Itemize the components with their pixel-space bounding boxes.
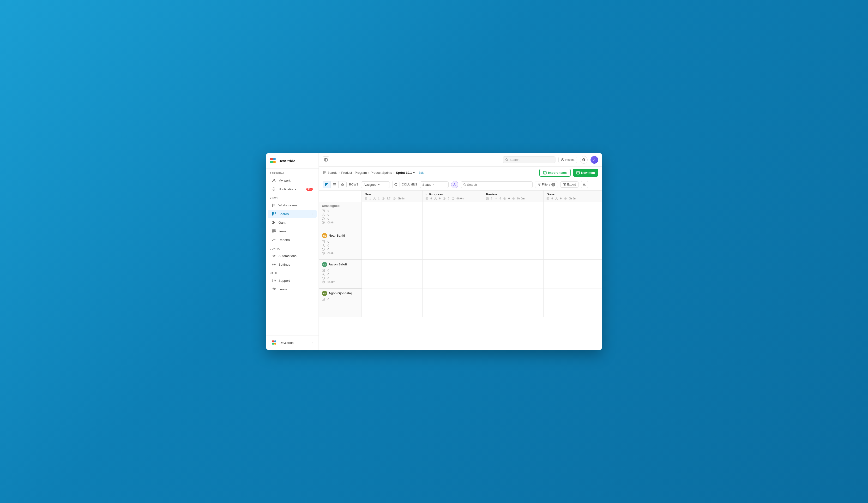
new-column-header: New 1 1 8.7 0h 0m: [362, 190, 423, 202]
sidebar-bottom-devstride[interactable]: DevStride ›: [268, 338, 317, 347]
view-list-button[interactable]: [331, 181, 339, 188]
sidebar-item-my-work[interactable]: My work: [268, 176, 317, 185]
svg-rect-55: [341, 185, 342, 186]
unassigned-label: Unassigned: [322, 204, 359, 208]
agon-review-cell[interactable]: [483, 289, 544, 317]
columns-select[interactable]: Status: [420, 181, 449, 188]
aaron-new-cell[interactable]: [362, 260, 423, 289]
svg-rect-31: [272, 343, 274, 345]
workstreams-icon: [272, 203, 276, 207]
aaron-inprogress-cell[interactable]: [423, 260, 483, 289]
personal-section-label: PERSONAL: [266, 169, 319, 176]
sidebar-item-settings[interactable]: Settings: [268, 260, 317, 269]
sidebar-item-automations[interactable]: Automations: [268, 252, 317, 260]
aaron-review-cell[interactable]: [483, 260, 544, 289]
svg-rect-48: [326, 183, 327, 185]
svg-text:?: ?: [273, 280, 275, 282]
view-switcher: [323, 181, 347, 188]
agon-new-cell[interactable]: [362, 289, 423, 317]
sidebar: DevStride PERSONAL My work Notifications…: [266, 153, 319, 350]
user-filter-button[interactable]: [451, 181, 458, 188]
refresh-icon: [394, 183, 397, 186]
export-button[interactable]: Export: [560, 181, 579, 188]
unassigned-review-cell[interactable]: [483, 202, 544, 231]
unassigned-stat-persons: 0: [322, 213, 359, 217]
unassigned-inprogress-cell[interactable]: [423, 202, 483, 231]
sidebar-item-workstreams[interactable]: Workstreams: [268, 201, 317, 209]
svg-rect-0: [270, 158, 273, 160]
svg-point-71: [374, 198, 375, 198]
person-icon: [272, 178, 276, 182]
noar-inprogress-cell[interactable]: [423, 231, 483, 260]
expand-button[interactable]: [323, 156, 329, 163]
new-metric-time: 0h 0m: [393, 197, 405, 200]
new-metric-persons: 1: [373, 197, 380, 200]
edit-button[interactable]: Edit: [418, 171, 424, 175]
noar-new-cell[interactable]: [362, 231, 423, 260]
svg-rect-3: [273, 161, 276, 163]
sidebar-item-label: Gantt: [278, 221, 286, 224]
noar-review-cell[interactable]: [483, 231, 544, 260]
svg-point-7: [272, 206, 273, 207]
reports-icon: [272, 238, 276, 242]
rows-select[interactable]: Assignee: [361, 181, 390, 188]
sidebar-item-items[interactable]: Items: [268, 227, 317, 235]
breadcrumb-boards[interactable]: Boards: [328, 171, 337, 175]
agon-inprogress-cell[interactable]: [423, 289, 483, 317]
unassigned-stat-time: 0h 0m: [322, 221, 359, 224]
aaron-name: Aaron Saloff: [329, 263, 347, 266]
logo[interactable]: DevStride: [266, 153, 319, 169]
filter-count: 0: [551, 182, 555, 187]
board-area: New 1 1 8.7 0h 0m: [319, 190, 602, 350]
aaron-done-cell[interactable]: [544, 260, 602, 289]
topbar-search-container[interactable]: [503, 156, 556, 163]
unassigned-new-cell[interactable]: [362, 202, 423, 231]
recent-button[interactable]: Recent: [558, 157, 577, 163]
new-item-button[interactable]: New Item: [573, 169, 598, 177]
svg-point-110: [323, 273, 324, 274]
user-avatar[interactable]: A: [590, 156, 598, 164]
boards-icon: [272, 212, 276, 216]
sidebar-bottom[interactable]: DevStride ›: [266, 335, 319, 350]
sidebar-item-boards[interactable]: Boards ›: [268, 210, 317, 218]
sidebar-item-gantt[interactable]: Gantt: [268, 218, 317, 227]
breadcrumb-sprints[interactable]: Product Sprints: [371, 171, 392, 175]
toolbar-search-input[interactable]: [467, 183, 530, 187]
svg-rect-18: [272, 231, 276, 232]
view-grid-button[interactable]: [339, 181, 347, 188]
view-board-button[interactable]: [323, 181, 331, 188]
svg-point-83: [496, 198, 497, 198]
svg-rect-40: [324, 171, 324, 174]
svg-rect-2: [270, 161, 273, 163]
toolbar-search[interactable]: [461, 181, 533, 188]
filters-button[interactable]: Filters 0: [535, 181, 558, 188]
breadcrumb: Boards › Product - Program › Product Spr…: [323, 171, 423, 175]
svg-rect-30: [275, 340, 276, 343]
sort-button[interactable]: [581, 181, 588, 188]
board-table: New 1 1 8.7 0h 0m: [319, 190, 602, 317]
search-icon: [505, 158, 508, 161]
refresh-button[interactable]: [392, 181, 400, 188]
sidebar-item-learn[interactable]: Learn: [268, 285, 317, 293]
sidebar-item-reports[interactable]: Reports: [268, 235, 317, 244]
theme-button[interactable]: [580, 156, 588, 164]
agon-done-cell[interactable]: [544, 289, 602, 317]
sidebar-item-label: Items: [278, 229, 286, 233]
help-section-label: HELP: [266, 269, 319, 276]
breadcrumb-program[interactable]: Product - Program: [341, 171, 367, 175]
import-items-button[interactable]: Import Items: [539, 169, 571, 177]
sidebar-item-notifications[interactable]: Notifications 99+: [268, 185, 317, 193]
svg-rect-16: [272, 223, 273, 224]
columns-label: COLUMNS: [402, 183, 417, 186]
sidebar-item-support[interactable]: ? Support: [268, 276, 317, 285]
agon-avatar: AG: [322, 291, 327, 296]
svg-text:AG: AG: [323, 292, 326, 295]
agon-header: AG Agon Gjonbalaj: [322, 291, 359, 296]
recent-label: Recent: [565, 158, 575, 161]
svg-rect-13: [275, 212, 276, 214]
breadcrumb-sprint[interactable]: Sprint 10.1: [396, 171, 415, 175]
search-input[interactable]: [510, 158, 553, 161]
svg-rect-17: [272, 230, 276, 230]
noar-done-cell[interactable]: [544, 231, 602, 260]
unassigned-done-cell[interactable]: [544, 202, 602, 231]
